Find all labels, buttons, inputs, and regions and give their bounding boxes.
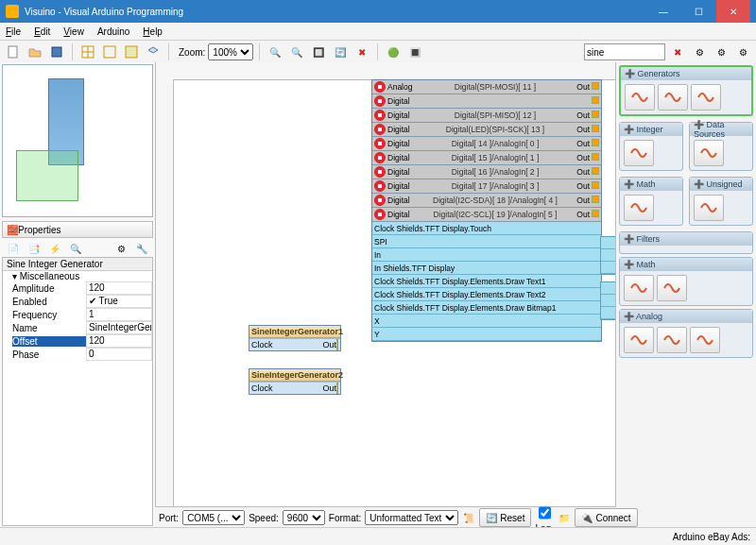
menu-edit[interactable]: Edit	[32, 26, 52, 37]
palette-header[interactable]: ➕ Math	[620, 178, 682, 191]
close-button[interactable]: ✕	[716, 0, 750, 23]
arduino-pin-row[interactable]: DigitalDigital(SPI-MISO)[ 12 ]Out	[372, 109, 601, 123]
zoom-out-icon[interactable]: 🔍	[287, 43, 306, 61]
palette-item[interactable]	[694, 140, 724, 166]
palette-item[interactable]	[624, 140, 654, 166]
palette-header[interactable]: ➕ Analog	[620, 310, 752, 323]
shield-row[interactable]: Clock Shields.TFT Display.Elements.Draw …	[372, 301, 601, 315]
property-row[interactable]: Amplitude120	[3, 281, 152, 295]
property-row[interactable]: Frequency1	[3, 308, 152, 321]
generator-block[interactable]: SineIntegerGenerator2ClockOut	[249, 368, 341, 395]
property-row[interactable]: Offset120	[3, 334, 152, 348]
palette-item[interactable]	[624, 195, 654, 221]
palette-header[interactable]: ➕ Filters	[620, 232, 752, 246]
arduino-pin-row[interactable]: DigitalDigital[ 16 ]/AnalogIn[ 2 ]Out	[372, 165, 601, 179]
scroll-icon[interactable]: 📜	[462, 508, 475, 527]
palette-item[interactable]	[657, 275, 687, 301]
design-canvas[interactable]: AnalogDigital(SPI-MOSI)[ 11 ]OutDigitalD…	[173, 79, 615, 528]
arduino-pin-row[interactable]: DigitalDigital(I2C-SCL)[ 19 ]/AnalogIn[ …	[372, 208, 601, 222]
palette-item[interactable]	[658, 84, 688, 111]
arduino-pin-row[interactable]: DigitalDigital(LED)(SPI-SCK)[ 13 ]Out	[372, 123, 601, 137]
board-icon[interactable]: 🔳	[405, 43, 424, 61]
menu-view[interactable]: View	[61, 26, 86, 37]
prop-btn-1[interactable]: 📄	[4, 239, 23, 258]
layers-button[interactable]	[144, 43, 163, 61]
palette-header[interactable]: ➕ Unsigned	[690, 178, 752, 191]
upload-icon[interactable]: 🟢	[384, 43, 403, 61]
shield-row[interactable]: SPI	[372, 235, 601, 248]
minimize-button[interactable]: —	[646, 0, 680, 23]
shield-row[interactable]: Clock Shields.TFT Display.Elements.Draw …	[372, 288, 601, 301]
open-button[interactable]	[26, 43, 44, 61]
grid2-button[interactable]	[100, 43, 119, 61]
prop-btn-6[interactable]: 🔧	[132, 239, 151, 258]
arduino-pin-row[interactable]: AnalogDigital(SPI-MOSI)[ 11 ]Out	[372, 80, 601, 94]
menu-file[interactable]: File	[4, 26, 23, 37]
property-row[interactable]: Phase0	[3, 348, 152, 361]
shield-row[interactable]: Y	[372, 328, 601, 341]
port-row[interactable]: Failed	[601, 295, 615, 307]
arduino-pin-row[interactable]: DigitalDigital[ 14 ]/AnalogIn[ 0 ]Out	[372, 137, 601, 151]
search-clear-icon[interactable]: ✖	[668, 43, 687, 61]
arduino-pin-row[interactable]: DigitalDigital[ 15 ]/AnalogIn[ 1 ]Out	[372, 151, 601, 165]
port-select[interactable]: COM5 (...	[182, 510, 245, 525]
palette-item[interactable]	[624, 275, 654, 301]
prop-btn-2[interactable]: 📑	[25, 239, 43, 258]
prop-btn-3[interactable]: ⚡	[45, 239, 64, 258]
property-row[interactable]: NameSineIntegerGenerator2	[3, 321, 152, 334]
generator-block[interactable]: SineIntegerGenerator1ClockOut	[249, 325, 341, 351]
shield-row[interactable]: Clock Shields.TFT Display.Elements.Draw …	[372, 275, 601, 288]
filter2-icon[interactable]: ⚙	[712, 43, 730, 61]
speed-select[interactable]: 9600	[283, 510, 325, 525]
arduino-pin-row[interactable]: Digital	[372, 94, 601, 109]
component-palette[interactable]: ➕ Generators➕ Integer➕ Data Sources➕ Mat…	[615, 62, 756, 528]
touch-ports[interactable]: XYPressure	[600, 236, 615, 275]
arduino-block[interactable]: AnalogDigital(SPI-MOSI)[ 11 ]OutDigitalD…	[371, 79, 602, 342]
palette-item[interactable]	[690, 327, 720, 353]
arduino-pin-row[interactable]: DigitalDigital[ 17 ]/AnalogIn[ 3 ]Out	[372, 179, 601, 194]
microsd-ports[interactable]: Shields.TFT Display.MicroSDFailedSuccess	[600, 281, 615, 320]
grid3-button[interactable]	[122, 43, 141, 61]
prop-btn-4[interactable]: 🔍	[66, 239, 85, 258]
arduino-pin-row[interactable]: DigitalDigital(I2C-SDA)[ 18 ]/AnalogIn[ …	[372, 194, 601, 208]
property-row[interactable]: Enabled✔ True	[3, 295, 152, 308]
search-input[interactable]	[584, 43, 665, 60]
palette-header[interactable]: ➕ Math	[620, 258, 752, 271]
overview-panel[interactable]	[2, 64, 153, 217]
shield-row[interactable]: In	[372, 248, 601, 262]
overview-viewport[interactable]	[16, 150, 78, 201]
save-button[interactable]	[47, 43, 66, 61]
port-row[interactable]: Pressure	[601, 262, 615, 274]
palette-item[interactable]	[657, 327, 687, 353]
palette-header[interactable]: ➕ Data Sources	[690, 123, 752, 136]
port-row[interactable]: Shields.TFT Display.MicroSD	[601, 282, 615, 295]
palette-header[interactable]: ➕ Generators	[621, 67, 751, 80]
menu-help[interactable]: Help	[141, 26, 164, 37]
grid1-button[interactable]	[78, 43, 97, 61]
menu-arduino[interactable]: Arduino	[95, 26, 131, 37]
port-row[interactable]: Y	[601, 249, 615, 262]
palette-item[interactable]	[694, 195, 724, 221]
format-select[interactable]: Unformatted Text	[365, 510, 458, 525]
palette-item[interactable]	[625, 84, 655, 111]
filter1-icon[interactable]: ⚙	[690, 43, 709, 61]
port-row[interactable]: X	[601, 237, 615, 249]
prop-btn-5[interactable]: ⚙	[112, 239, 130, 258]
zoom-fit-icon[interactable]: 🔲	[309, 43, 328, 61]
log-folder-icon[interactable]: 📁	[558, 508, 571, 527]
shield-row[interactable]: In Shields.TFT Display	[372, 262, 601, 275]
zoom-in-icon[interactable]: 🔍	[266, 43, 284, 61]
zoom-select[interactable]: 100%	[208, 43, 253, 60]
new-button[interactable]	[4, 43, 23, 61]
refresh-icon[interactable]: 🔄	[331, 43, 350, 61]
port-row[interactable]: Success	[601, 307, 615, 319]
reset-button[interactable]: 🔄 Reset	[479, 508, 531, 527]
palette-item[interactable]	[624, 327, 654, 353]
connect-button[interactable]: 🔌 Connect	[575, 508, 637, 527]
maximize-button[interactable]: ☐	[681, 0, 715, 23]
delete-icon[interactable]: ✖	[352, 43, 371, 61]
filter3-icon[interactable]: ⚙	[733, 43, 752, 61]
property-grid[interactable]: Sine Integer Generator ▾ Miscellaneous A…	[2, 257, 153, 526]
shield-row[interactable]: X	[372, 315, 601, 328]
shield-row[interactable]: Clock Shields.TFT Display.Touch	[372, 222, 601, 235]
